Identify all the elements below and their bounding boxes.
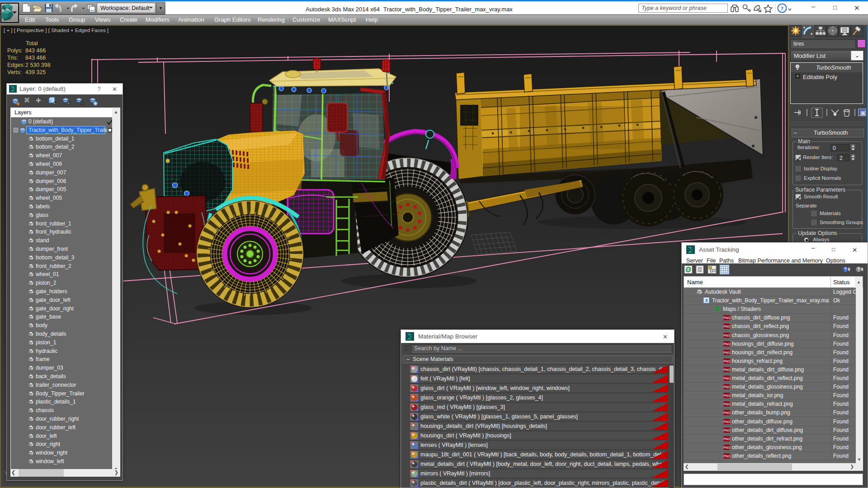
- svg-text:PNG: PNG: [723, 385, 730, 389]
- svg-text:PNG: PNG: [723, 316, 730, 319]
- svg-text:PNG: PNG: [723, 446, 730, 449]
- svg-text:PNG: PNG: [723, 420, 730, 423]
- svg-text:PNG: PNG: [723, 377, 730, 380]
- svg-text:PNG: PNG: [723, 403, 730, 406]
- svg-text:PNG: PNG: [723, 343, 730, 346]
- svg-text:PNG: PNG: [723, 455, 730, 458]
- svg-text:PNG: PNG: [723, 351, 730, 354]
- svg-text:PNG: PNG: [723, 394, 730, 397]
- svg-text:PNG: PNG: [723, 334, 730, 337]
- svg-text:PNG: PNG: [723, 429, 730, 432]
- svg-text:3: 3: [705, 298, 708, 303]
- svg-text:PNG: PNG: [723, 368, 730, 371]
- svg-text:PNG: PNG: [723, 437, 730, 441]
- svg-text:PNG: PNG: [723, 325, 730, 328]
- svg-text:?: ?: [781, 5, 784, 12]
- svg-text:PNG: PNG: [723, 360, 730, 363]
- svg-text:PNG: PNG: [723, 411, 730, 414]
